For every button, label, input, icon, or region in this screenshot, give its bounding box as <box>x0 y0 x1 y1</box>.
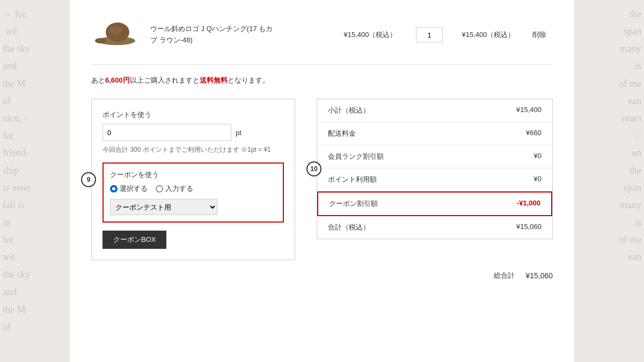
total-value: ¥15,060 <box>516 223 541 232</box>
shipping-value: ¥660 <box>526 129 541 138</box>
product-unit-price: ¥15,400（税込） <box>333 30 408 40</box>
coupon-radio-input[interactable]: 入力する <box>156 184 193 194</box>
total-row-bottom: 総合計 ¥15,060 <box>91 271 553 280</box>
total-label: 合計（税込） <box>328 223 370 232</box>
main-content: ウール斜めロゴ J Qハンチング(17 もカ ブ ラウン-48) ¥15,400… <box>70 0 574 362</box>
svg-point-2 <box>109 26 122 34</box>
shipping-label: 配送料金 <box>328 129 356 138</box>
product-name: ウール斜めロゴ J Qハンチング(17 もカ ブ ラウン-48) <box>150 24 333 46</box>
coupon-radio-select-label: 選択する <box>120 184 148 194</box>
summary-row-total: 合計（税込） ¥15,060 <box>317 216 552 239</box>
circle-number-10: 10 <box>306 161 321 176</box>
pt-label: pt <box>236 129 241 137</box>
coupon-discount-value: -¥1,000 <box>517 199 540 209</box>
coupon-radio-select[interactable]: 選択する <box>110 184 148 194</box>
coupon-section: クーポンを使う 選択する 入力する クーポンテスト用 <box>103 162 284 223</box>
radio-empty-input <box>156 185 163 193</box>
shipping-free-label: 送料無料 <box>200 76 228 84</box>
points-input[interactable] <box>103 124 231 141</box>
product-hat-svg <box>94 20 137 50</box>
total-bottom-value: ¥15,060 <box>525 271 553 280</box>
radio-dot-select <box>110 185 118 193</box>
points-coupon-panel: 9 ポイントを使う pt 今回合計 300 ポイントまでご利用いただけます ※1… <box>91 99 295 260</box>
coupon-box-button[interactable]: クーポンBOX <box>103 231 166 249</box>
summary-row-subtotal: 小計（税込） ¥15,400 <box>317 99 552 122</box>
subtotal-value: ¥15,400 <box>516 106 541 115</box>
shipping-suffix: となります。 <box>228 76 269 84</box>
shipping-prefix: あと <box>91 76 105 84</box>
member-discount-value: ¥0 <box>534 152 541 161</box>
coupon-select[interactable]: クーポンテスト用 <box>110 199 217 215</box>
circle-number-9: 9 <box>81 172 96 187</box>
order-summary: 10 小計（税込） ¥15,400 配送料金 ¥660 会員ランク割引額 ¥0 … <box>317 99 553 239</box>
coupon-discount-label: クーポン割引額 <box>329 199 378 209</box>
product-image <box>91 16 140 54</box>
summary-row-coupon: クーポン割引額 -¥1,000 <box>317 191 552 216</box>
product-total-price: ¥15,400（税込） <box>451 30 526 40</box>
summary-row-shipping: 配送料金 ¥660 <box>317 122 552 145</box>
points-used-value: ¥0 <box>534 175 541 184</box>
subtotal-label: 小計（税込） <box>328 106 370 115</box>
shipping-middle: 以上ご購入されますと <box>130 76 200 84</box>
coupon-label: クーポンを使う <box>110 170 276 180</box>
summary-row-member-discount: 会員ランク割引額 ¥0 <box>317 145 552 168</box>
shipping-amount: 6,600円 <box>105 76 130 84</box>
points-input-row: pt <box>103 124 284 141</box>
product-delete-button[interactable]: 削除 <box>526 30 553 40</box>
product-row: ウール斜めロゴ J Qハンチング(17 もカ ブ ラウン-48) ¥15,400… <box>91 16 553 65</box>
product-quantity-container <box>408 27 451 42</box>
svg-point-3 <box>95 38 106 43</box>
lower-section: 9 ポイントを使う pt 今回合計 300 ポイントまでご利用いただけます ※1… <box>91 99 553 260</box>
shipping-notice: あと6,600円以上ご購入されますと送料無料となります。 <box>91 76 553 85</box>
coupon-radio-input-label: 入力する <box>165 184 193 194</box>
member-discount-label: 会員ランク割引額 <box>328 152 384 161</box>
points-label: ポイントを使う <box>103 110 284 120</box>
product-quantity-input[interactable] <box>416 27 443 42</box>
points-used-label: ポイント利用額 <box>328 175 377 184</box>
total-bottom-label: 総合計 <box>494 271 515 280</box>
points-note: 今回合計 300 ポイントまでご利用いただけます ※1pt = ¥1 <box>103 145 284 154</box>
summary-row-points-used: ポイント利用額 ¥0 <box>317 168 552 191</box>
coupon-radio-row: 選択する 入力する <box>110 184 276 194</box>
